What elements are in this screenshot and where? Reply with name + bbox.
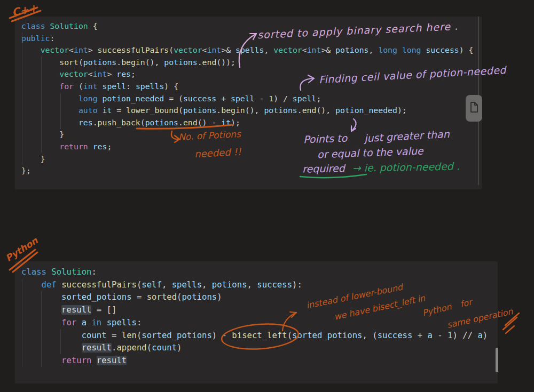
indent-guide <box>41 57 42 153</box>
code-line: count = len(sorted_potions) - bisect_lef… <box>15 330 498 342</box>
code-line: class Solution: <box>15 266 498 279</box>
code-line: public: <box>15 33 482 45</box>
code-line: auto it = lower_bound(potions.begin(), p… <box>15 105 482 117</box>
indent-guide <box>60 329 61 354</box>
code-line: return result <box>15 355 498 367</box>
python-scrollbar-thumb[interactable] <box>496 348 498 372</box>
code-line: sort(potions.begin(), potions.end()); <box>15 57 482 69</box>
note-ie-potion-needed: → ie. potion-needed . <box>352 160 460 174</box>
code-line: def successfulPairs(self, spells, potion… <box>15 279 498 292</box>
note-points-to: Points to <box>303 132 348 146</box>
indent-guide <box>60 93 61 129</box>
code-line: vector<int> successfulPairs(vector<int>&… <box>15 44 482 57</box>
python-code-block: class Solution: def successfulPairs(self… <box>15 261 498 383</box>
document-icon <box>469 101 478 115</box>
code-line: result.append(count) <box>15 342 498 355</box>
python-handwritten-label: Python <box>4 235 40 264</box>
code-line: long potion_needed = (success + spell - … <box>15 93 482 105</box>
indent-guide <box>41 291 42 367</box>
code-line: for a in spells: <box>15 317 498 330</box>
indent-guide <box>22 33 22 165</box>
file-page-button[interactable] <box>466 95 482 122</box>
code-line: for (int spell: spells) { <box>15 81 482 93</box>
indent-guide <box>22 279 22 367</box>
code-line: res.push_back(potions.end() - it); <box>15 117 482 129</box>
note-required-word: required <box>302 162 345 174</box>
